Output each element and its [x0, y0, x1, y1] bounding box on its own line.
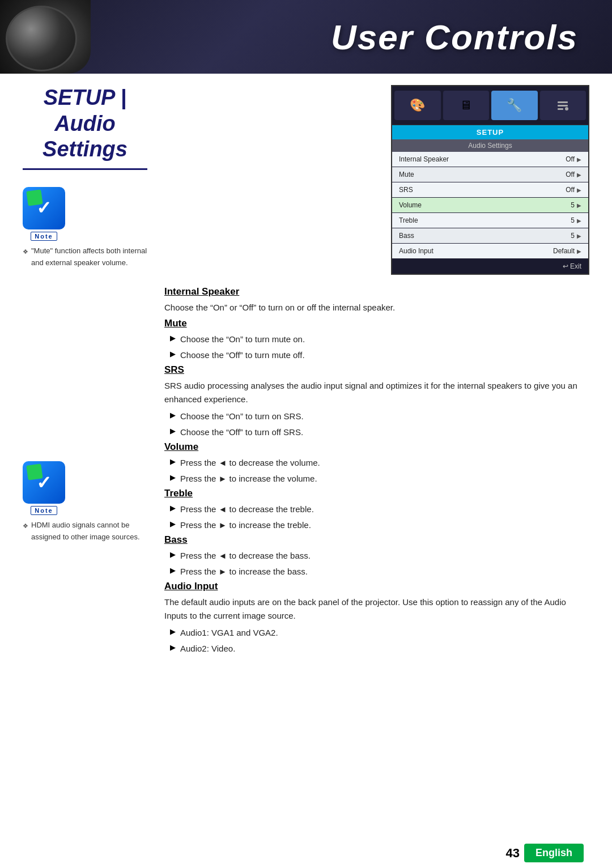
section-bass: Bass ▶ Press the ◄ to decrease the bass.…	[164, 534, 589, 578]
svg-rect-1	[558, 105, 568, 107]
section-srs: SRS SRS audio processing analyses the au…	[164, 364, 589, 439]
bullet-arrow-icon: ▶	[170, 566, 176, 575]
svg-rect-2	[558, 108, 563, 110]
menu-icon-display[interactable]: 🖥	[443, 91, 490, 120]
heading-audio-input: Audio Input	[164, 581, 589, 592]
page: User Controls SETUP | Audio Settings ✓ N…	[0, 0, 612, 868]
bass-bullet-text-0: Press the ◄ to decrease the bass.	[180, 549, 311, 563]
menu-item-bass[interactable]: Bass 5 ▶	[392, 228, 588, 244]
audio-input-bullet-0: ▶ Audio1: VGA1 and VGA2.	[170, 626, 589, 640]
menu-panel: 🎨 🖥 🔧 SETUP	[391, 85, 589, 275]
bullet-arrow-icon: ▶	[170, 520, 176, 528]
srs-bullet-0: ▶ Choose the “On” to turn on SRS.	[170, 410, 589, 423]
volume-bullet-text-0: Press the ◄ to decrease the volume.	[180, 456, 320, 470]
menu-icon-color[interactable]: 🎨	[394, 91, 441, 120]
note-badge-1: ✓	[23, 187, 65, 229]
heading-srs: SRS	[164, 364, 589, 376]
menu-arrow-5: ▶	[577, 233, 581, 239]
menu-item-treble[interactable]: Treble 5 ▶	[392, 213, 588, 228]
right-column: 🎨 🖥 🔧 SETUP	[164, 85, 589, 827]
menu-exit-label: Exit	[570, 262, 581, 270]
menu-icon-setup[interactable]: 🔧	[491, 91, 538, 120]
section-audio-input: Audio Input The default audio inputs are…	[164, 581, 589, 656]
bass-bullet-0: ▶ Press the ◄ to decrease the bass.	[170, 549, 589, 563]
volume-bullet-text-1: Press the ► to increase the volume.	[180, 472, 317, 486]
menu-item-value-audio-input: Default ▶	[553, 247, 581, 255]
menu-area: 🎨 🖥 🔧 SETUP	[164, 85, 589, 275]
section-volume: Volume ▶ Press the ◄ to decrease the vol…	[164, 441, 589, 486]
treble-bullet-1: ▶ Press the ► to increase the treble.	[170, 518, 589, 532]
menu-arrow-2: ▶	[577, 187, 581, 193]
menu-subsection: Audio Settings	[392, 139, 588, 152]
treble-bullet-0: ▶ Press the ◄ to decrease the treble.	[170, 503, 589, 516]
footer: 43 English	[0, 838, 612, 868]
menu-section-header: SETUP	[392, 125, 588, 139]
menu-item-label-internal-speaker: Internal Speaker	[399, 155, 449, 163]
svg-rect-0	[558, 101, 568, 103]
menu-item-value-srs: Off ▶	[566, 186, 581, 194]
menu-item-internal-speaker[interactable]: Internal Speaker Off ▶	[392, 152, 588, 167]
bullet-arrow-icon: ▶	[170, 627, 176, 636]
bass-bullet-1: ▶ Press the ► to increase the bass.	[170, 565, 589, 578]
lens-decoration	[0, 0, 91, 74]
treble-bullet-text-0: Press the ◄ to decrease the treble.	[180, 503, 314, 516]
note-block-1: ✓ Note ❖ "Mute" function affects both in…	[23, 187, 147, 269]
treble-bullet-text-1: Press the ► to increase the treble.	[180, 518, 311, 532]
audio-input-bullet-text-0: Audio1: VGA1 and VGA2.	[180, 626, 278, 640]
menu-item-label-volume: Volume	[399, 201, 422, 209]
mute-bullet-0: ▶ Choose the “On” to turn mute on.	[170, 333, 589, 346]
menu-icon-info[interactable]	[540, 91, 586, 120]
bullet-arrow-icon: ▶	[170, 457, 176, 466]
language-badge: English	[524, 844, 584, 862]
body-srs: SRS audio processing analyses the audio …	[164, 379, 589, 406]
srs-bullet-text-1: Choose the “Off” to turn off SRS.	[180, 426, 303, 439]
menu-item-srs[interactable]: SRS Off ▶	[392, 182, 588, 198]
note-text-2: ❖ HDMI audio signals cannot be assigned …	[23, 520, 147, 543]
section-mute: Mute ▶ Choose the “On” to turn mute on. …	[164, 318, 589, 362]
menu-item-value-treble: 5 ▶	[571, 216, 581, 224]
bullet-arrow-icon: ▶	[170, 350, 176, 358]
menu-item-value-bass: 5 ▶	[571, 232, 581, 240]
mute-bullet-1: ▶ Choose the “Off” to turn mute off.	[170, 348, 589, 362]
menu-item-label-bass: Bass	[399, 232, 414, 240]
bass-bullet-text-1: Press the ► to increase the bass.	[180, 565, 308, 578]
volume-bullet-1: ▶ Press the ► to increase the volume.	[170, 472, 589, 486]
note-check-icon: ✓	[36, 197, 52, 219]
menu-items-list: Internal Speaker Off ▶ Mute Off ▶	[392, 152, 588, 259]
menu-icons-row: 🎨 🖥 🔧	[392, 86, 588, 125]
note-label-1: Note	[31, 232, 57, 241]
bullet-symbol: ❖	[23, 247, 28, 257]
heading-volume: Volume	[164, 441, 589, 453]
audio-input-bullet-text-1: Audio2: Video.	[180, 642, 235, 656]
section-internal-speaker: Internal Speaker Choose the “On” or “Off…	[164, 286, 589, 314]
note-block-2: ✓ Note ❖ HDMI audio signals cannot be as…	[23, 461, 147, 543]
body-audio-input: The default audio inputs are on the back…	[164, 595, 589, 623]
note-bullet-text-1: "Mute" function affects both internal an…	[31, 245, 147, 269]
note-icon-wrap-1: ✓ Note	[23, 187, 65, 241]
bullet-arrow-icon: ▶	[170, 427, 176, 435]
srs-bullet-1: ▶ Choose the “Off” to turn off SRS.	[170, 426, 589, 439]
menu-exit-row[interactable]: ↩ Exit	[392, 259, 588, 274]
menu-item-mute[interactable]: Mute Off ▶	[392, 167, 588, 182]
note-text-1: ❖ "Mute" function affects both internal …	[23, 245, 147, 269]
section-treble: Treble ▶ Press the ◄ to decrease the tre…	[164, 488, 589, 532]
srs-bullet-text-0: Choose the “On” to turn on SRS.	[180, 410, 304, 423]
menu-item-volume[interactable]: Volume 5 ▶	[392, 198, 588, 213]
menu-item-label-treble: Treble	[399, 216, 418, 224]
header: User Controls	[0, 0, 612, 74]
note-bullet-text-2: HDMI audio signals cannot be assigned to…	[31, 520, 147, 543]
svg-point-3	[565, 107, 568, 110]
bullet-arrow-icon: ▶	[170, 550, 176, 559]
note-icon-wrap-2: ✓ Note	[23, 461, 65, 515]
body-layout: SETUP | Audio Settings ✓ Note ❖ "Mute" f…	[0, 74, 612, 838]
menu-item-audio-input[interactable]: Audio Input Default ▶	[392, 244, 588, 259]
heading-internal-speaker: Internal Speaker	[164, 286, 589, 297]
body-internal-speaker: Choose the “On” or “Off” to turn on or o…	[164, 301, 589, 314]
menu-arrow-6: ▶	[577, 248, 581, 254]
page-title: User Controls	[331, 17, 578, 57]
left-column: SETUP | Audio Settings ✓ Note ❖ "Mute" f…	[23, 85, 147, 827]
section-descriptions: Internal Speaker Choose the “On” or “Off…	[164, 286, 589, 656]
menu-arrow-4: ▶	[577, 218, 581, 224]
note-bullet-item: ❖ "Mute" function affects both internal …	[23, 245, 147, 269]
audio-input-bullet-1: ▶ Audio2: Video.	[170, 642, 589, 656]
